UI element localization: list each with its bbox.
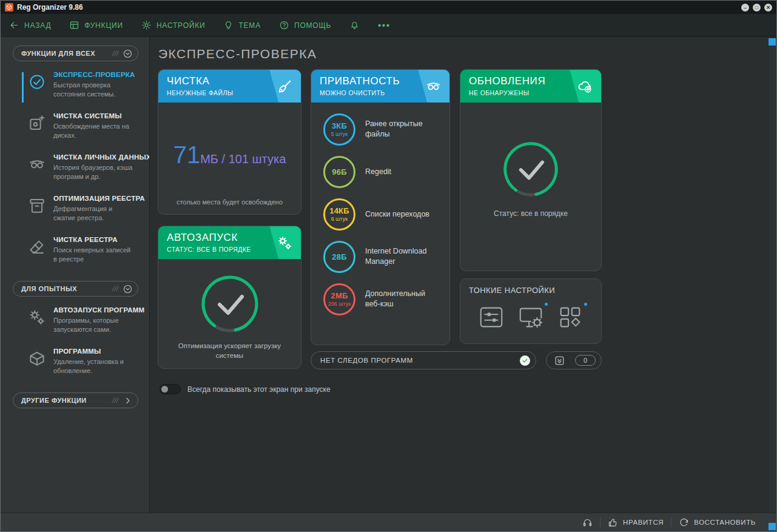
eraser-icon: [28, 238, 46, 256]
notification-dot: [545, 303, 548, 306]
headset-icon: [582, 517, 593, 528]
privacy-size-circle: 28Б: [323, 241, 355, 273]
monitor-gear-icon[interactable]: [517, 303, 545, 331]
privacy-size-circle: 96Б: [323, 156, 355, 188]
autostart-footer-text: Оптимизация ускоряет загрузку системы: [158, 341, 301, 361]
privacy-item: 3КБ 5 штук Ранее открытые файлы: [323, 108, 449, 150]
status-bar: НРАВИТСЯ ВОССТАНОВИТЬ: [1, 513, 776, 531]
maximize-button[interactable]: □: [753, 4, 761, 12]
sidebar-section-functions-for-all[interactable]: ФУНКЦИИ ДЛЯ ВСЕХ: [13, 45, 138, 61]
theme-bulb-icon: [223, 20, 234, 30]
privacy-item: 2МБ 206 штук Дополнительный веб-кэш: [323, 278, 449, 320]
functions-icon: [69, 20, 79, 30]
settings-button[interactable]: НАСТРОЙКИ: [141, 20, 206, 30]
more-dots-icon: •••: [378, 21, 391, 30]
sidebar-section-for-experts[interactable]: ДЛЯ ОПЫТНЫХ: [13, 281, 138, 297]
help-icon: [279, 20, 289, 30]
main-content: ЭКСПРЕСС-ПРОВЕРКА ЧИСТКА НЕНУЖНЫЕ ФАЙЛЫ …: [150, 37, 776, 513]
back-arrow-icon: [9, 20, 19, 30]
count-badge: 0: [575, 355, 596, 366]
notification-dot: [584, 303, 587, 306]
spy-mask-icon: [425, 78, 442, 95]
cleanup-size-value: 71МБ / 101 штука: [158, 141, 301, 169]
disk-cleanup-icon: [28, 114, 46, 132]
ok-check-icon: [520, 355, 530, 366]
privacy-item: 14КБ 6 штук Списки переходов: [323, 193, 449, 235]
cleanup-footer-text: столько места будет освобождено: [158, 198, 301, 207]
more-menu-button[interactable]: •••: [378, 21, 391, 30]
title-bar: Reg Organizer 9.86 – □ ✕: [1, 1, 776, 14]
ring-check-icon: [502, 140, 560, 198]
privacy-item: 96Б Regedit: [323, 150, 449, 193]
startup-toggle-row: Всегда показывать этот экран при запуске: [160, 384, 331, 394]
card-autostart[interactable]: АВТОЗАПУСК СТАТУС: ВСЕ В ПОРЯДКЕ Оптимиз…: [158, 226, 301, 369]
restore-button[interactable]: ВОССТАНОВИТЬ: [671, 517, 763, 528]
cloud-download-icon: [577, 78, 593, 95]
chevron-down-icon: [123, 49, 133, 59]
gears-icon: [277, 235, 293, 251]
like-button[interactable]: НРАВИТСЯ: [600, 517, 671, 528]
card-fine-settings[interactable]: ТОНКИЕ НАСТРОЙКИ: [460, 278, 602, 344]
program-traces-pill[interactable]: НЕТ СЛЕДОВ ПРОГРАММ: [311, 351, 536, 369]
card-privacy[interactable]: ПРИВАТНОСТЬ МОЖНО ОЧИСТИТЬ 3КБ 5 штук Ра…: [311, 69, 450, 345]
fine-settings-title: ТОНКИЕ НАСТРОЙКИ: [469, 286, 555, 295]
privacy-size-circle: 14КБ 6 штук: [323, 198, 355, 231]
sidebar-item-startup-programs[interactable]: АВТОЗАПУСК ПРОГРАММ Программы, которые з…: [1, 303, 149, 344]
sidebar-item-programs[interactable]: ПРОГРАММЫ Удаление, установка и обновлен…: [1, 344, 149, 385]
stripes-decoration: [108, 284, 121, 294]
card-cleanup-header: ЧИСТКА НЕНУЖНЫЕ ФАЙЛЫ: [158, 70, 301, 103]
chevron-right-icon: [123, 396, 133, 406]
card-updates-header: ОБНОВЛЕНИЯ НЕ ОБНАРУЖЕНЫ: [460, 70, 601, 103]
chip-icon: [554, 355, 565, 366]
audio-button[interactable]: [575, 517, 600, 528]
gears-icon: [28, 308, 46, 326]
toolbar: НАЗАД ФУНКЦИИ НАСТРОЙКИ ТЕМА ПОМОЩЬ •••: [1, 14, 776, 37]
help-button[interactable]: ПОМОЩЬ: [279, 20, 331, 30]
deep-scan-pill[interactable]: 0: [546, 351, 602, 369]
toggle-knob: [161, 386, 168, 392]
ring-check-icon: [200, 274, 260, 334]
blue-corner-square[interactable]: [769, 38, 776, 45]
functions-button[interactable]: ФУНКЦИИ: [69, 20, 123, 30]
toggle-label: Всегда показывать этот экран при запуске: [187, 385, 331, 394]
stripes-decoration: [108, 49, 121, 58]
sidebar-item-system-cleanup[interactable]: ЧИСТКА СИСТЕМЫ Освобождение места на дис…: [1, 109, 149, 150]
card-updates[interactable]: ОБНОВЛЕНИЯ НЕ ОБНАРУЖЕНЫ Статус: все в п…: [460, 69, 602, 271]
thumb-up-icon: [608, 517, 618, 528]
spy-mask-icon: [28, 155, 46, 173]
package-box-icon: [28, 349, 46, 368]
app-logo-icon: [5, 3, 13, 12]
broom-icon: [277, 78, 293, 95]
check-circle-icon: [28, 73, 46, 91]
sidebar-item-private-data-cleanup[interactable]: ЧИСТКА ЛИЧНЫХ ДАННЫХ История браузеров, …: [1, 150, 149, 191]
app-window: Reg Organizer 9.86 – □ ✕ НАЗАД ФУНКЦИИ Н…: [0, 0, 777, 532]
chevron-down-icon: [123, 284, 133, 294]
page-title: ЭКСПРЕСС-ПРОВЕРКА: [158, 47, 317, 61]
theme-button[interactable]: ТЕМА: [223, 20, 261, 30]
bell-icon: [349, 20, 360, 30]
privacy-items-list: 3КБ 5 штук Ранее открытые файлы 96Б Rege…: [311, 103, 449, 320]
card-autostart-header: АВТОЗАПУСК СТАТУС: ВСЕ В ПОРЯДКЕ: [158, 226, 301, 259]
sidebar-section-other-functions[interactable]: ДРУГИЕ ФУНКЦИИ: [13, 392, 138, 408]
privacy-size-circle: 3КБ 5 штук: [323, 113, 355, 146]
scrollbar-track[interactable]: [768, 37, 776, 513]
tiles-icon[interactable]: [556, 303, 584, 331]
window-title: Reg Organizer 9.86: [17, 3, 83, 12]
restore-icon: [679, 517, 689, 528]
sidebar-item-registry-cleanup[interactable]: ЧИСТКА РЕЕСТРА Поиск неверных записей в …: [1, 232, 149, 274]
card-privacy-header: ПРИВАТНОСТЬ МОЖНО ОЧИСТИТЬ: [311, 70, 449, 103]
updates-status-text: Статус: все в порядке: [460, 209, 601, 218]
close-button[interactable]: ✕: [764, 4, 772, 12]
blue-corner-square[interactable]: [769, 523, 776, 530]
toggle-switch[interactable]: [160, 384, 181, 394]
notifications-button[interactable]: [349, 20, 360, 30]
sidebar: ФУНКЦИИ ДЛЯ ВСЕХ ЭКСПРЕСС-ПРОВЕРКА Быстр…: [1, 37, 149, 513]
sliders-icon[interactable]: [477, 303, 505, 331]
card-cleanup[interactable]: ЧИСТКА НЕНУЖНЫЕ ФАЙЛЫ 71МБ / 101 штука с…: [158, 69, 301, 215]
sidebar-item-registry-optimization[interactable]: ОПТИМИЗАЦИЯ РЕЕСТРА Дефрагментация и сжа…: [1, 191, 149, 232]
back-button[interactable]: НАЗАД: [9, 20, 51, 30]
stripes-decoration: [108, 396, 121, 405]
minimize-button[interactable]: –: [741, 4, 749, 12]
sidebar-item-express-check[interactable]: ЭКСПРЕСС-ПРОВЕРКА Быстрая проверка состо…: [1, 67, 149, 109]
privacy-size-circle: 2МБ 206 штук: [323, 283, 355, 315]
